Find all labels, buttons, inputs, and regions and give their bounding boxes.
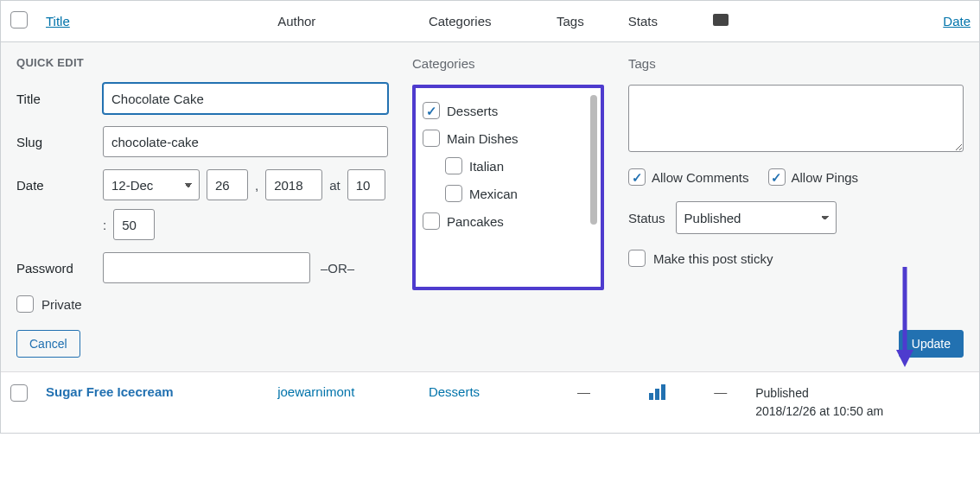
slug-input[interactable]: [103, 126, 388, 157]
date-label: Date: [16, 178, 96, 193]
title-label: Title: [16, 92, 96, 106]
category-item: Mexican: [423, 180, 594, 207]
hour-input[interactable]: [347, 169, 385, 200]
col-title[interactable]: Title: [46, 14, 70, 29]
private-checkbox[interactable]: [16, 295, 34, 313]
post-category-link[interactable]: Desserts: [429, 384, 480, 399]
table-header-row: Title Author Categories Tags Stats Date: [1, 1, 979, 42]
month-select[interactable]: 12-Dec: [103, 169, 200, 200]
allow-pings-label: Allow Pings: [792, 170, 859, 185]
col-author: Author: [269, 1, 420, 42]
col-date[interactable]: Date: [943, 14, 970, 29]
day-input[interactable]: [207, 169, 248, 200]
category-label: Italian: [469, 159, 504, 174]
category-checkbox[interactable]: [423, 212, 440, 230]
row-checkbox[interactable]: [10, 384, 28, 402]
sticky-label: Make this post sticky: [653, 251, 773, 266]
post-title-link[interactable]: Sugar Free Icecream: [46, 384, 174, 399]
post-date-label: Published: [755, 386, 809, 400]
category-item: Italian: [423, 152, 594, 180]
stats-icon[interactable]: [648, 384, 666, 402]
cancel-button[interactable]: Cancel: [16, 330, 80, 358]
or-separator: –OR–: [321, 261, 354, 276]
comments-icon: [713, 14, 729, 26]
quick-edit-heading: QUICK EDIT: [16, 56, 388, 69]
allow-pings-checkbox[interactable]: [768, 168, 786, 186]
title-input[interactable]: [103, 83, 388, 114]
category-checkbox[interactable]: [445, 157, 462, 174]
col-tags: Tags: [548, 1, 620, 42]
date-at: at: [329, 178, 340, 193]
post-tags: —: [548, 372, 620, 434]
date-comma: ,: [255, 178, 258, 193]
sticky-checkbox[interactable]: [628, 250, 646, 267]
categories-heading: Categories: [412, 56, 604, 71]
category-item: Main Dishes: [423, 124, 594, 152]
post-date-value: 2018/12/26 at 10:50 am: [755, 404, 883, 418]
private-label: Private: [41, 297, 82, 312]
status-label: Status: [628, 211, 665, 225]
allow-comments-checkbox[interactable]: [628, 168, 646, 186]
tags-textarea[interactable]: [628, 85, 964, 152]
category-label: Mexican: [469, 187, 518, 201]
category-label: Pancakes: [447, 214, 504, 229]
col-categories: Categories: [420, 1, 548, 42]
category-item: Desserts: [423, 97, 594, 124]
date-colon: :: [103, 218, 106, 232]
select-all-checkbox[interactable]: [10, 11, 28, 29]
post-row: Sugar Free Icecream joewarnimont Dessert…: [1, 372, 979, 434]
status-select[interactable]: Published: [676, 201, 837, 234]
post-comments: —: [694, 372, 747, 434]
post-author-link[interactable]: joewarnimont: [277, 384, 354, 399]
year-input[interactable]: [265, 169, 322, 200]
allow-comments-label: Allow Comments: [652, 170, 749, 185]
update-button[interactable]: Update: [899, 330, 964, 358]
category-label: Main Dishes: [447, 131, 519, 146]
tags-heading: Tags: [628, 56, 964, 71]
slug-label: Slug: [16, 135, 96, 149]
minute-input[interactable]: [113, 209, 155, 240]
col-stats: Stats: [620, 1, 695, 42]
category-checkbox[interactable]: [445, 185, 462, 202]
category-checkbox[interactable]: [423, 130, 440, 147]
category-checkbox[interactable]: [423, 102, 440, 119]
password-label: Password: [16, 261, 96, 276]
password-input[interactable]: [103, 252, 310, 283]
category-label: Desserts: [447, 104, 498, 118]
categories-scrollbar[interactable]: [590, 95, 597, 280]
category-item: Pancakes: [423, 207, 594, 235]
categories-panel: DessertsMain DishesItalianMexicanPancake…: [412, 85, 604, 290]
